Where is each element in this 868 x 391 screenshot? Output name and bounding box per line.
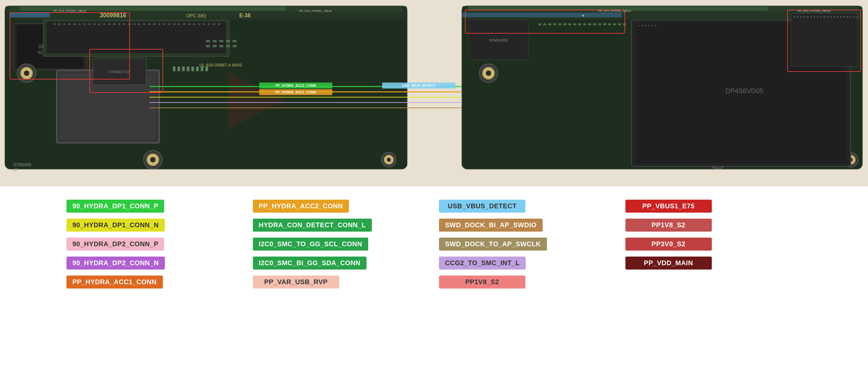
svg-rect-33: [163, 23, 165, 25]
svg-rect-135: [820, 16, 822, 18]
svg-rect-18: [88, 23, 91, 25]
svg-rect-76: [178, 66, 180, 71]
legend-badge: 90_HYDRA_DP2_CONN_N: [66, 257, 165, 270]
svg-rect-123: [613, 23, 616, 25]
svg-text:USB_VBUS_DETECT: USB_VBUS_DETECT: [402, 84, 435, 87]
legend-badge: PP_VAR_USB_RVP: [253, 276, 339, 288]
legend-area: 90_HYDRA_DP1_CONN_PPP_HYDRA_ACC2_CONNUSB…: [0, 186, 868, 302]
svg-rect-109: [543, 23, 546, 25]
pcb-svg: 338856241 ACA8DF1828: [0, 0, 868, 186]
svg-rect-20: [98, 23, 101, 25]
svg-rect-77: [182, 66, 185, 71]
legend-badge: 90_HYDRA_DP1_CONN_P: [66, 200, 164, 213]
svg-rect-25: [123, 23, 126, 25]
legend-badge: PP_VDD_MAIN: [625, 257, 712, 270]
svg-rect-21: [103, 23, 106, 25]
svg-rect-114: [568, 23, 571, 25]
svg-rect-145: [854, 16, 855, 18]
svg-rect-78: [187, 66, 189, 71]
svg-rect-142: [843, 16, 845, 18]
legend-badge: SWD_DOCK_BI_AP_SWDIO: [439, 219, 542, 232]
svg-rect-113: [563, 23, 566, 25]
svg-point-56: [387, 158, 391, 162]
svg-text:PP_5V0_HYDRA_VBUS: PP_5V0_HYDRA_VBUS: [53, 9, 86, 12]
svg-text:3789466: 3789466: [13, 162, 32, 167]
svg-rect-121: [603, 23, 606, 25]
svg-point-50: [24, 71, 29, 76]
legend-badge: PP3V0_S2: [625, 238, 712, 251]
svg-rect-24: [118, 23, 121, 25]
svg-rect-124: [618, 23, 621, 25]
svg-rect-35: [173, 23, 176, 25]
svg-rect-164: [462, 12, 621, 17]
svg-text:CONNECTOR: CONNECTOR: [109, 70, 130, 74]
svg-text:DP4S6VD05: DP4S6VD05: [725, 87, 763, 94]
svg-rect-137: [827, 16, 829, 18]
legend-badge: PP1V8_S2: [439, 276, 525, 288]
legend-item: SWD_DOCK_TO_AP_SWCLK: [439, 238, 615, 251]
svg-rect-103: [651, 25, 653, 26]
svg-rect-70: [219, 45, 223, 47]
legend-item: 90_HYDRA_DP1_CONN_P: [66, 200, 243, 213]
svg-rect-69: [219, 40, 223, 42]
svg-text:PP_5V0_HYDRA_VBUS: PP_5V0_HYDRA_VBUS: [598, 9, 631, 12]
svg-rect-27: [133, 23, 135, 25]
svg-rect-15: [73, 23, 76, 25]
svg-text:PP_5V0_HYDRA_VBUS: PP_5V0_HYDRA_VBUS: [798, 9, 831, 12]
svg-text:07: 07: [13, 168, 18, 172]
svg-rect-28: [138, 23, 141, 25]
svg-rect-126: [791, 13, 857, 66]
legend-badge: I2C0_SMC_BI_GG_SDA_CONN: [253, 257, 367, 270]
svg-rect-118: [588, 23, 591, 25]
legend-item: PP_VBUS1_E75: [625, 200, 802, 213]
svg-rect-101: [645, 25, 646, 26]
svg-rect-73: [232, 40, 237, 42]
svg-rect-110: [548, 23, 551, 25]
page-container: 338856241 ACA8DF1828: [0, 0, 868, 391]
legend-item: PP3V0_S2: [625, 238, 802, 251]
svg-text:PP_5V0_HYDRA_VBUS: PP_5V0_HYDRA_VBUS: [299, 9, 332, 12]
svg-rect-17: [83, 23, 86, 25]
svg-rect-111: [553, 23, 556, 25]
svg-text:B3MH1828: B3MH1828: [489, 38, 507, 42]
svg-rect-138: [830, 16, 832, 18]
legend-badge: PP_HYDRA_ACC1_CONN: [66, 276, 163, 288]
legend-badge: I2C0_SMC_TO_GG_SCL_CONN: [253, 238, 368, 251]
svg-rect-39: [193, 23, 195, 25]
svg-rect-133: [813, 16, 815, 18]
svg-rect-82: [205, 66, 208, 71]
svg-rect-108: [538, 23, 541, 25]
svg-rect-139: [833, 16, 835, 18]
legend-badge: SWD_DOCK_TO_AP_SWCLK: [439, 238, 547, 251]
svg-rect-40: [198, 23, 200, 25]
svg-rect-134: [817, 16, 818, 18]
svg-text:PP_HYDRA_ACC1_CONN: PP_HYDRA_ACC1_CONN: [276, 90, 316, 94]
svg-rect-127: [794, 16, 795, 18]
legend-badge: USB_VBUS_DETECT: [439, 200, 525, 213]
svg-rect-115: [573, 23, 576, 25]
legend-item: 90_HYDRA_DP1_CONN_N: [66, 219, 243, 232]
svg-rect-31: [153, 23, 156, 25]
svg-text:E-38: E-38: [239, 12, 251, 18]
svg-rect-44: [218, 23, 220, 25]
svg-rect-41: [203, 23, 205, 25]
legend-item: 90_HYDRA_DP2_CONN_N: [66, 257, 243, 270]
svg-rect-143: [847, 16, 848, 18]
svg-rect-112: [558, 23, 561, 25]
svg-rect-79: [191, 66, 194, 71]
svg-rect-19: [93, 23, 96, 25]
svg-rect-80: [196, 66, 199, 71]
svg-rect-132: [810, 16, 812, 18]
svg-rect-140: [837, 16, 838, 18]
svg-point-89: [486, 71, 491, 76]
svg-rect-16: [78, 23, 81, 25]
svg-rect-102: [648, 25, 649, 26]
svg-rect-130: [804, 16, 805, 18]
legend-item: PP_VDD_MAIN: [625, 257, 802, 270]
legend-item: HYDRA_CON_DETECT_CONN_L: [253, 219, 429, 232]
svg-rect-23: [113, 23, 116, 25]
legend-badge: 90_HYDRA_DP1_CONN_N: [66, 219, 165, 232]
svg-rect-72: [226, 45, 230, 47]
legend-item: PP1V8_S2: [439, 276, 615, 288]
svg-rect-30: [148, 23, 151, 25]
